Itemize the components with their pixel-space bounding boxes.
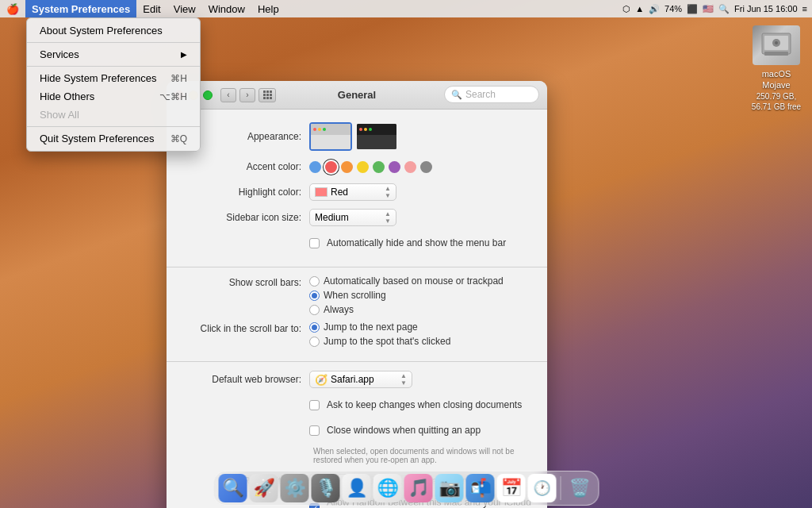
scroll-when-radio[interactable] xyxy=(309,291,320,301)
dock-chrome[interactable]: 🌐 xyxy=(373,474,402,502)
highlight-color-row: Highlight color: Red ▲▼ xyxy=(182,183,531,202)
volume-icon: 🔊 xyxy=(649,4,660,14)
dropdown-quit[interactable]: Quit System Preferences ⌘Q xyxy=(27,129,200,148)
accent-red[interactable] xyxy=(325,161,337,173)
appearance-label: Appearance: xyxy=(182,131,309,142)
scroll-always-row: Always xyxy=(309,304,504,315)
close-checkbox[interactable] xyxy=(309,425,320,436)
dropdown-sep-2 xyxy=(27,66,200,67)
accent-label: Accent color: xyxy=(182,161,309,172)
hd-icon[interactable]: macOS Mojave 250.79 GB, 56.71 GB free xyxy=(749,25,804,112)
dropdown-show-all: Show All xyxy=(27,106,200,124)
scroll-radio-group: Automatically based on mouse or trackpad… xyxy=(309,275,504,315)
back-button[interactable]: ‹ xyxy=(220,88,236,102)
dock-prefs[interactable]: ⚙️ xyxy=(281,474,309,502)
grid-dots xyxy=(263,90,272,99)
highlight-label: Highlight color: xyxy=(182,187,309,198)
menu-bar-right: ⬡ ▲ 🔊 74% ⬛ 🇺🇸 🔍 Fri Jun 15 16:00 ≡ xyxy=(622,4,812,14)
light-mode-thumb[interactable] xyxy=(309,122,352,151)
sidebar-size-row: Sidebar icon size: Medium ▲▼ xyxy=(182,208,531,227)
dropdown-services[interactable]: Services ▶ xyxy=(27,45,200,64)
dock-launchpad[interactable]: 🚀 xyxy=(250,474,278,502)
forward-button[interactable]: › xyxy=(239,88,255,102)
accent-gray[interactable] xyxy=(420,161,432,173)
menu-bar: 🍎 System Preferences Edit View Window He… xyxy=(0,0,812,17)
click-next-radio[interactable] xyxy=(309,322,320,333)
search-placeholder: Search xyxy=(465,89,496,100)
ask-checkbox[interactable] xyxy=(309,400,320,410)
menubar-checkbox[interactable] xyxy=(309,238,320,248)
menu-edit[interactable]: Edit xyxy=(136,0,167,17)
dropdown-hide[interactable]: Hide System Preferences ⌘H xyxy=(27,69,200,87)
wifi-icon: ▲ xyxy=(635,4,644,13)
scroll-when-row: When scrolling xyxy=(309,290,504,301)
scroll-auto-label: Automatically based on mouse or trackpad xyxy=(324,275,504,287)
dock-mail[interactable]: 📬 xyxy=(466,474,495,502)
dock-photos[interactable]: 📷 xyxy=(435,474,464,502)
scrollbars-control: Automatically based on mouse or trackpad… xyxy=(309,275,531,315)
dock-contacts[interactable]: 👤 xyxy=(343,474,371,502)
window-title: General xyxy=(338,89,376,101)
search-box[interactable]: 🔍 Search xyxy=(444,86,539,103)
close-note-row: When selected, open documents and window… xyxy=(182,446,531,465)
dark-mode-thumb[interactable] xyxy=(355,122,398,151)
accent-colors xyxy=(309,161,432,173)
dropdown-about[interactable]: About System Preferences xyxy=(27,21,200,40)
click-next-row: Jump to the next page xyxy=(309,321,450,333)
highlight-swatch xyxy=(315,187,327,197)
dock-finder[interactable]: 🔍 xyxy=(219,474,247,502)
search-icon-sm: 🔍 xyxy=(451,90,462,100)
search-icon: 🔍 xyxy=(718,4,730,14)
dock-trash[interactable]: 🗑️ xyxy=(565,474,594,502)
title-bar: ‹ › General 🔍 Search xyxy=(167,81,547,110)
menu-system-preferences[interactable]: System Preferences xyxy=(25,0,136,17)
dock-calendar[interactable]: 📅 xyxy=(497,474,526,502)
accent-orange[interactable] xyxy=(341,161,353,173)
menubar-check-control: Automatically hide and show the menu bar xyxy=(309,237,531,248)
appearance-row: Appearance: xyxy=(182,122,531,151)
close-note-text: When selected, open documents and window… xyxy=(313,447,531,464)
clickscroll-label: Click in the scroll bar to: xyxy=(182,321,309,334)
battery-label: 74% xyxy=(665,4,682,13)
apple-menu[interactable]: 🍎 xyxy=(0,0,25,17)
dropdown-sep-1 xyxy=(27,42,200,43)
dock-music[interactable]: 🎵 xyxy=(404,474,433,502)
submenu-arrow: ▶ xyxy=(181,50,187,59)
highlight-select[interactable]: Red ▲▼ xyxy=(309,183,396,201)
menu-view[interactable]: View xyxy=(167,0,202,17)
accent-blue[interactable] xyxy=(309,161,321,173)
scroll-auto-row: Automatically based on mouse or trackpad xyxy=(309,275,504,287)
accent-yellow[interactable] xyxy=(357,161,369,173)
sidebar-select[interactable]: Medium ▲▼ xyxy=(309,209,396,226)
svg-point-3 xyxy=(775,41,778,44)
maximize-button[interactable] xyxy=(203,90,213,100)
dropdown-menu: About System Preferences Services ▶ Hide… xyxy=(26,17,201,152)
dock-siri[interactable]: 🎙️ xyxy=(312,474,340,502)
dock: 🔍 🚀 ⚙️ 🎙️ 👤 🌐 🎵 📷 📬 📅 🕐 🗑️ xyxy=(213,471,599,506)
screen-icon: ⬛ xyxy=(687,4,698,14)
click-next-label: Jump to the next page xyxy=(324,321,418,333)
accent-pink[interactable] xyxy=(404,161,416,173)
dropdown-hide-others[interactable]: Hide Others ⌥⌘H xyxy=(27,87,200,106)
hd-icon-img xyxy=(753,25,800,65)
accent-purple[interactable] xyxy=(389,161,400,173)
svg-rect-4 xyxy=(764,52,788,56)
menu-window[interactable]: Window xyxy=(202,0,251,17)
scroll-always-radio[interactable] xyxy=(309,305,320,315)
close-check-control: Close windows when quitting an app xyxy=(309,425,531,436)
close-note-control: When selected, open documents and window… xyxy=(309,447,531,464)
menu-help[interactable]: Help xyxy=(251,0,285,17)
dock-clock[interactable]: 🕐 xyxy=(528,474,557,502)
scroll-auto-radio[interactable] xyxy=(309,276,320,287)
accent-color-row: Accent color: xyxy=(182,157,531,176)
browser-select[interactable]: 🧭 Safari.app ▲▼ xyxy=(309,371,412,388)
grid-button[interactable] xyxy=(259,88,276,102)
browser-label: Default web browser: xyxy=(182,374,309,385)
sidebar-value: Medium xyxy=(315,212,381,223)
bluetooth-icon: ⬡ xyxy=(622,4,630,14)
ask-check-label: Ask to keep changes when closing documen… xyxy=(327,399,522,410)
accent-green[interactable] xyxy=(373,161,385,173)
safari-icon: 🧭 xyxy=(315,374,327,386)
click-spot-radio[interactable] xyxy=(309,337,320,347)
notification-icon: ≡ xyxy=(802,4,807,13)
